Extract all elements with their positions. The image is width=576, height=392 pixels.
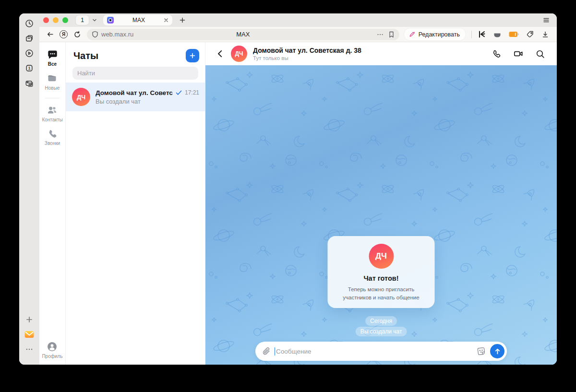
toolbar-divider [471, 31, 472, 38]
battery-extension-icon[interactable] [509, 31, 519, 37]
conversation-title[interactable]: Домовой чат ул. Советская д. 38 [253, 47, 487, 54]
chat-avatar: ДЧ [72, 88, 90, 106]
back-icon[interactable] [45, 30, 55, 39]
call-icon[interactable] [492, 49, 502, 59]
chat-list-title: Чаты [73, 50, 98, 61]
nav-item-profile[interactable]: Профиль [42, 341, 62, 359]
contacts-icon [47, 105, 58, 116]
bookmark-icon[interactable] [388, 31, 395, 38]
new-tab-button[interactable] [179, 17, 186, 24]
tab-counter-value: 1 [81, 17, 84, 24]
navigation-bar: Я web.max.ru MAX Редактировать [39, 27, 557, 42]
tag-extension-icon[interactable] [526, 30, 534, 38]
ready-card-body: Теперь можно пригласить участников и нач… [337, 285, 425, 301]
edit-page-button[interactable]: Редактировать [404, 28, 466, 40]
phone-icon [47, 129, 58, 139]
nav-divider [45, 98, 60, 98]
new-chat-button[interactable] [186, 49, 199, 62]
tab-counter[interactable]: 1 [76, 15, 89, 25]
yandex-mail-icon[interactable] [24, 329, 35, 340]
conversation-body: ДЧ Чат готов! Теперь можно пригласить уч… [205, 65, 557, 365]
play-sidebar-icon[interactable] [24, 48, 35, 59]
app-nav-rail: Все Новые Контакты Звонки [39, 42, 66, 365]
date-badge: Сегодня [365, 316, 397, 326]
message-composer[interactable] [255, 342, 507, 361]
kinopoisk-extension-icon[interactable] [478, 30, 486, 38]
search-icon[interactable] [535, 49, 545, 59]
single-tab-icon[interactable]: 1 [24, 63, 35, 73]
attach-paperclip-icon[interactable] [262, 347, 271, 356]
ready-card-avatar-initials: ДЧ [375, 251, 387, 261]
yandex-account-icon[interactable]: Я [60, 30, 68, 38]
browser-side-strip: 1 [19, 13, 39, 365]
conversation-avatar-initials: ДЧ [235, 50, 243, 57]
refresh-icon[interactable] [72, 30, 82, 39]
nav-item-contacts[interactable]: Контакты [42, 105, 62, 122]
omnibox[interactable]: web.max.ru MAX [87, 29, 399, 40]
edit-pencil-icon [408, 31, 416, 38]
chat-list-item[interactable]: ДЧ Домовой чат ул. Советская ... 17:21 В… [66, 83, 205, 111]
conversation-avatar[interactable]: ДЧ [231, 46, 247, 62]
browser-menu-icon[interactable] [542, 16, 550, 24]
svg-text:1: 1 [28, 66, 31, 71]
chat-item-subtitle: Вы создали чат [96, 98, 199, 105]
tab-list-chevron-icon[interactable] [92, 17, 97, 23]
nav-item-all-chats[interactable]: Все [47, 49, 58, 67]
tab-groups-icon[interactable] [24, 33, 35, 44]
message-input[interactable] [276, 348, 473, 355]
sidebar-more-icon[interactable] [24, 344, 35, 355]
nav-item-label: Профиль [42, 354, 62, 359]
conversation-header: ДЧ Домовой чат ул. Советская д. 38 Тут т… [205, 42, 557, 65]
plus-icon [189, 52, 196, 59]
nav-item-label: Новые [45, 85, 60, 91]
chat-avatar-initials: ДЧ [77, 94, 85, 101]
max-app: Все Новые Контакты Звонки [39, 42, 557, 365]
check-icon [176, 90, 182, 95]
history-clock-icon[interactable] [24, 18, 35, 29]
profile-icon [47, 341, 58, 352]
nav-item-new[interactable]: Новые [45, 73, 60, 91]
nav-item-label: Контакты [42, 117, 62, 122]
chat-list-panel: Чаты ДЧ Домовой чат ул. Советская ... 17… [66, 42, 205, 365]
nav-item-label: Звонки [45, 141, 60, 146]
edit-page-label: Редактировать [419, 31, 460, 38]
folder-icon [47, 73, 58, 84]
chat-item-time: 17:21 [185, 89, 199, 96]
close-window-button[interactable] [43, 17, 49, 23]
chat-bubble-icon [47, 49, 58, 60]
send-arrow-icon [494, 348, 501, 355]
extensions-row [478, 30, 549, 38]
nav-item-label: Все [48, 61, 57, 67]
conversation-subtitle: Тут только вы [253, 55, 487, 61]
download-icon[interactable] [541, 31, 549, 38]
minimize-window-button[interactable] [53, 17, 59, 23]
omnibox-page-title: MAX [87, 31, 399, 38]
zoom-window-button[interactable] [62, 17, 68, 23]
browser-window: 1 1 [19, 13, 557, 365]
nav-item-calls[interactable]: Звонки [45, 129, 60, 146]
traffic-lights [43, 17, 68, 23]
chat-ready-card: ДЧ Чат готов! Теперь можно пригласить уч… [328, 236, 435, 308]
send-button[interactable] [490, 344, 504, 358]
chat-search[interactable] [72, 67, 198, 80]
omnibox-more-icon[interactable] [377, 31, 384, 38]
alice-extension-icon[interactable] [493, 31, 502, 38]
system-message-badge: Вы создали чат [356, 327, 407, 336]
conversation-panel: ДЧ Домовой чат ул. Советская д. 38 Тут т… [205, 42, 557, 365]
conversation-back-icon[interactable] [214, 48, 227, 60]
tab-close-icon[interactable] [164, 18, 168, 23]
screenshot-icon[interactable] [24, 78, 35, 88]
ready-card-avatar: ДЧ [369, 244, 394, 269]
video-call-icon[interactable] [513, 48, 524, 59]
sidebar-add-icon[interactable] [24, 314, 35, 325]
tab-title: MAX [117, 17, 161, 24]
chat-item-title: Домовой чат ул. Советская ... [96, 89, 173, 96]
tab-bar: 1 MAX [39, 13, 557, 27]
chat-search-input[interactable] [77, 70, 193, 77]
sticker-emoji-icon[interactable] [477, 346, 486, 356]
tab-max[interactable]: MAX [103, 15, 172, 25]
text-caret [275, 347, 275, 356]
ready-card-title: Чат готов! [337, 274, 425, 282]
max-favicon-icon [107, 17, 114, 24]
